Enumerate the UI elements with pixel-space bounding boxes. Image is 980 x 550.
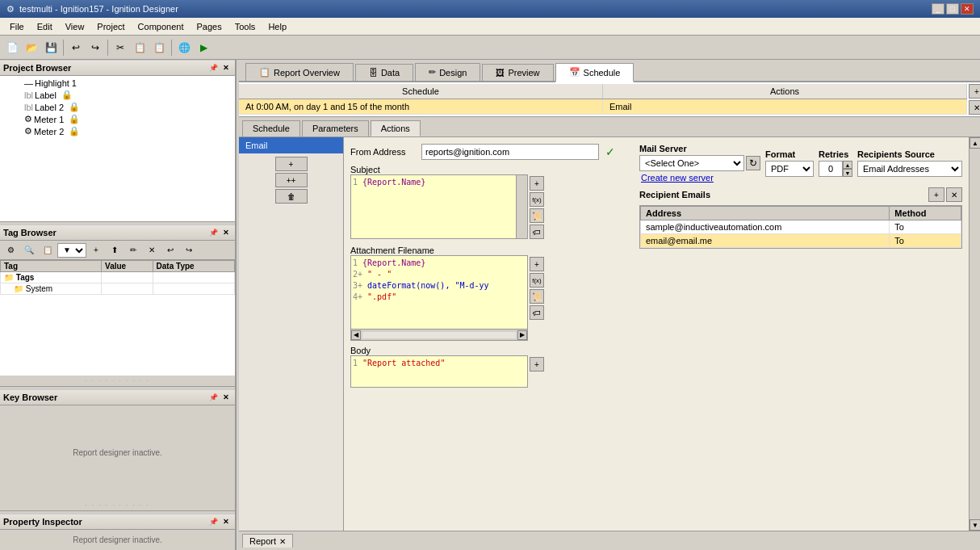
retries-input[interactable] bbox=[819, 161, 843, 177]
retries-down-btn[interactable]: ▼ bbox=[843, 169, 852, 177]
sub-tab-parameters[interactable]: Parameters bbox=[302, 120, 369, 136]
menu-file[interactable]: File bbox=[3, 20, 31, 33]
body-editor[interactable]: 1 "Report attached" bbox=[350, 355, 528, 388]
action-list-email[interactable]: Email bbox=[239, 137, 343, 153]
subject-editor[interactable]: 1 {Report.Name} bbox=[350, 174, 528, 239]
attachment-tag-btn[interactable]: 🏷 bbox=[530, 305, 544, 320]
tree-item-meter2[interactable]: ⚙ Meter 2 🔒 bbox=[2, 125, 233, 137]
tb-cut[interactable]: ✂ bbox=[111, 39, 129, 57]
recipients-source-select[interactable]: Email Addresses Tag Expression bbox=[857, 161, 962, 177]
from-address-input[interactable] bbox=[421, 144, 599, 160]
recipient-row-0[interactable]: sample@inductiveautomation.com To bbox=[641, 220, 961, 234]
subject-plus-btn[interactable]: + bbox=[530, 176, 544, 191]
action-add-btn[interactable]: + bbox=[275, 157, 308, 171]
pb-pin[interactable]: 📌 bbox=[207, 62, 219, 73]
tree-item-meter1[interactable]: ⚙ Meter 1 🔒 bbox=[2, 113, 233, 125]
att-scroll-right[interactable]: ▶ bbox=[517, 330, 527, 340]
attachment-plus-btn[interactable]: + bbox=[530, 257, 544, 271]
attachment-script-btn[interactable]: 📜 bbox=[530, 289, 544, 304]
action-addall-btn[interactable]: ++ bbox=[275, 173, 308, 187]
tag-row-system[interactable]: 📁 System bbox=[1, 283, 235, 295]
subject-script-btn[interactable]: 📜 bbox=[530, 208, 544, 223]
tb-publish[interactable]: 🌐 bbox=[175, 39, 193, 57]
maximize-button[interactable]: □ bbox=[946, 3, 959, 15]
right-scrollbar[interactable]: ▲ ▼ bbox=[969, 137, 980, 531]
tag-tb-btn8[interactable]: ✕ bbox=[143, 241, 161, 259]
body-line-1: 1 "Report attached" bbox=[353, 358, 526, 369]
tab-data[interactable]: 🗄 Data bbox=[355, 64, 413, 81]
schedule-add-btn[interactable]: + bbox=[969, 84, 980, 99]
tb-redo[interactable]: ↪ bbox=[86, 39, 104, 57]
tab-schedule[interactable]: 📅 Schedule bbox=[555, 63, 634, 82]
subject-fx-btn[interactable]: f(x) bbox=[530, 192, 544, 207]
subject-tag-btn[interactable]: 🏷 bbox=[530, 225, 544, 239]
tb-run[interactable]: ▶ bbox=[195, 39, 212, 57]
tb-open[interactable]: 📂 bbox=[23, 39, 40, 57]
recipient-row-1[interactable]: email@email.me To bbox=[641, 234, 961, 248]
schedule-row-0[interactable]: At 0:00 AM, on day 1 and 15 of the month… bbox=[239, 99, 967, 115]
att-scroll-left[interactable]: ◀ bbox=[351, 330, 361, 340]
minimize-button[interactable]: _ bbox=[932, 3, 944, 15]
menu-help[interactable]: Help bbox=[262, 20, 293, 33]
tab-design[interactable]: ✏ Design bbox=[415, 63, 480, 81]
att-ln2: 2+ bbox=[353, 270, 367, 279]
close-button[interactable]: ✕ bbox=[961, 3, 974, 15]
tag-tb-btn2[interactable]: 🔍 bbox=[20, 241, 38, 259]
scroll-down-btn[interactable]: ▼ bbox=[970, 519, 980, 531]
kb-pin[interactable]: 📌 bbox=[207, 392, 219, 403]
tb-new[interactable]: 📄 bbox=[3, 39, 21, 57]
pi-close[interactable]: ✕ bbox=[220, 516, 232, 527]
attachment-fx-btn[interactable]: f(x) bbox=[530, 273, 544, 288]
recipient-remove-btn[interactable]: ✕ bbox=[946, 187, 962, 202]
scroll-up-btn[interactable]: ▲ bbox=[970, 137, 980, 149]
action-remove-btn[interactable]: 🗑 bbox=[275, 189, 308, 204]
body-section: Body 1 "Report attached" bbox=[350, 346, 626, 388]
tb-copy[interactable]: 📋 bbox=[131, 39, 149, 57]
bottom-tab-report[interactable]: Report ✕ bbox=[242, 534, 293, 548]
menu-tools[interactable]: Tools bbox=[228, 20, 262, 33]
menu-edit[interactable]: Edit bbox=[31, 20, 59, 33]
create-server-link[interactable]: Create new server bbox=[641, 173, 760, 183]
tree-item-label2[interactable]: lbl Label 2 🔒 bbox=[2, 101, 233, 113]
tb-pin[interactable]: 📌 bbox=[207, 227, 219, 238]
pb-close[interactable]: ✕ bbox=[220, 62, 232, 73]
pi-pin[interactable]: 📌 bbox=[207, 516, 219, 527]
tb-paste[interactable]: 📋 bbox=[150, 39, 168, 57]
attachment-editor[interactable]: 1 {Report.Name} 2+ " - " 3+ bbox=[351, 256, 527, 329]
mail-server-refresh-btn[interactable]: ↻ bbox=[746, 156, 760, 170]
subject-scrollbar[interactable] bbox=[516, 175, 527, 238]
tab-preview[interactable]: 🖼 Preview bbox=[482, 64, 553, 81]
retries-up-btn[interactable]: ▲ bbox=[843, 161, 852, 169]
kb-close[interactable]: ✕ bbox=[220, 392, 232, 403]
schedule-remove-btn[interactable]: ✕ bbox=[969, 100, 980, 115]
tag-tb-btn5[interactable]: + bbox=[87, 241, 105, 259]
tag-tb-btn10[interactable]: ↪ bbox=[180, 241, 198, 259]
tree-item-highlight1[interactable]: — Highlight 1 bbox=[2, 78, 233, 89]
tb-save[interactable]: 💾 bbox=[42, 39, 60, 57]
body-label-row: Body bbox=[350, 346, 626, 355]
tag-row-tags[interactable]: 📁 Tags bbox=[1, 272, 235, 283]
sub-tab-schedule[interactable]: Schedule bbox=[242, 120, 300, 136]
tag-tb-btn3[interactable]: 📋 bbox=[39, 241, 57, 259]
format-select[interactable]: PDF Excel HTML bbox=[765, 161, 814, 177]
mail-server-select[interactable]: <Select One> bbox=[639, 155, 744, 171]
attachment-hscroll[interactable]: ◀ ▶ bbox=[351, 329, 527, 340]
tag-tb-btn1[interactable]: ⚙ bbox=[2, 241, 19, 259]
recipients-col-method: Method bbox=[890, 207, 961, 220]
tab-report-overview[interactable]: 📋 Report Overview bbox=[245, 63, 354, 81]
recipient-add-btn[interactable]: + bbox=[928, 187, 944, 202]
sub-tab-actions[interactable]: Actions bbox=[371, 120, 421, 136]
body-plus-btn[interactable]: + bbox=[530, 357, 544, 372]
tree-item-label1[interactable]: lbl Label 🔒 bbox=[2, 89, 233, 101]
menu-view[interactable]: View bbox=[59, 20, 91, 33]
menu-pages[interactable]: Pages bbox=[190, 20, 228, 33]
tb-undo[interactable]: ↩ bbox=[67, 39, 85, 57]
tag-tb-btn6[interactable]: ⬆ bbox=[106, 241, 124, 259]
tb-close-btn[interactable]: ✕ bbox=[220, 227, 232, 238]
menu-component[interactable]: Component bbox=[132, 20, 191, 33]
tag-tb-btn9[interactable]: ↩ bbox=[161, 241, 179, 259]
menu-project[interactable]: Project bbox=[90, 20, 131, 33]
bottom-tab-close[interactable]: ✕ bbox=[279, 537, 286, 546]
tag-tb-btn7[interactable]: ✏ bbox=[124, 241, 142, 259]
tag-source-select[interactable]: ▼ bbox=[57, 243, 86, 258]
